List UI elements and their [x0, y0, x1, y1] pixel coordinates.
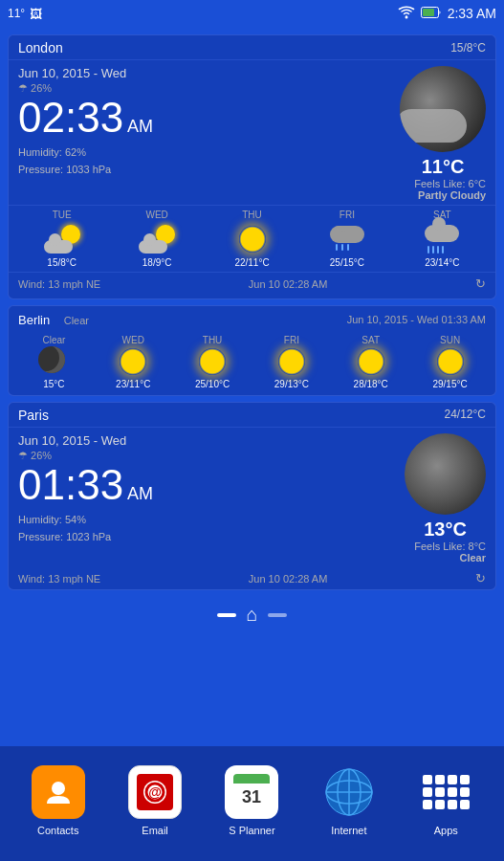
fc-day-wed: WED — [145, 210, 167, 220]
berlin-icon-fri — [276, 346, 307, 377]
paris-header: Paris 24/12°C — [9, 403, 495, 428]
london-temp-range: 15/8°C — [450, 41, 486, 55]
berlin-icon-sat — [356, 346, 386, 377]
weather-container: London 15/8°C Jun 10, 2015 - Wed ☂ 26% 0… — [0, 27, 504, 590]
london-forecast-thu: THU 22/11°C — [205, 210, 299, 268]
fc-icon-fri — [328, 222, 366, 255]
status-time: 2:33 AM — [448, 6, 496, 21]
svg-point-0 — [405, 15, 407, 18]
paris-condition: Clear — [405, 552, 486, 563]
fc-temp-sat: 23/14°C — [425, 257, 459, 268]
london-forecast: TUE 15/8°C WED 18/9°C — [9, 205, 495, 273]
paris-feels: Feels Like: 8°C — [405, 541, 486, 552]
fc-day-fri: FRI — [340, 210, 355, 220]
london-footer: Wind: 13 mph NE Jun 10 02:28 AM ↻ — [9, 273, 495, 295]
london-refresh-icon[interactable]: ↻ — [475, 276, 486, 291]
bd-label-sat: SAT — [362, 335, 380, 345]
fc-icon-thu — [233, 222, 272, 255]
london-time: 02:33 — [18, 97, 123, 139]
berlin-city: Berlin — [18, 313, 50, 327]
london-main: Jun 10, 2015 - Wed ☂ 26% 02:33 AM Humidi… — [9, 60, 495, 205]
svg-point-3 — [52, 782, 65, 795]
berlin-icon-wed — [118, 346, 148, 377]
london-feels: Feels Like: 6°C — [400, 178, 486, 189]
apps-label: Apps — [434, 825, 458, 836]
london-wind: Wind: 13 mph NE — [18, 278, 100, 290]
paris-widget: Paris 24/12°C Jun 10, 2015 - Wed ☂ 26% 0… — [8, 402, 496, 590]
paris-footer: Wind: 13 mph NE Jun 10 02:28 AM ↻ — [9, 567, 495, 589]
bd-temp-clear: 15°C — [43, 379, 64, 389]
paris-main: Jun 10, 2015 - Wed ☂ 26% 01:33 AM Humidi… — [9, 428, 495, 567]
fc-temp-wed: 18/9°C — [142, 257, 172, 268]
paris-left: Jun 10, 2015 - Wed ☂ 26% 01:33 AM Humidi… — [18, 433, 153, 545]
svg-text:31: 31 — [242, 787, 261, 806]
berlin-header: Berlin Clear Jun 10, 2015 - Wed 01:33 AM — [9, 306, 495, 333]
dock-item-email[interactable]: @ Email — [128, 765, 182, 836]
dock-item-apps[interactable]: Apps — [419, 765, 472, 836]
splanner-icon: 31 — [225, 765, 278, 819]
contacts-icon — [32, 765, 85, 819]
svg-rect-2 — [423, 9, 434, 16]
london-ampm: AM — [127, 117, 153, 137]
london-header: London 15/8°C — [9, 35, 495, 60]
bd-temp-thu: 25/10°C — [195, 379, 230, 389]
paris-time-row: 01:33 AM — [18, 464, 153, 506]
london-forecast-sat: SAT 23/14°C — [395, 210, 490, 268]
paris-wind: Wind: 13 mph NE — [18, 573, 100, 585]
london-condition: Partly Cloudy — [400, 189, 486, 201]
berlin-icon-thu — [197, 346, 228, 377]
london-details: Humidity: 62% Pressure: 1033 hPa — [18, 144, 153, 178]
fc-day-thu: THU — [242, 210, 262, 220]
london-date: Jun 10, 2015 - Wed — [18, 66, 153, 80]
dock-item-internet[interactable]: Internet — [322, 765, 376, 836]
berlin-day-wed: WED 23/11°C — [94, 335, 173, 389]
london-widget: London 15/8°C Jun 10, 2015 - Wed ☂ 26% 0… — [8, 34, 496, 299]
paris-temp-range: 24/12°C — [445, 408, 487, 423]
paris-date: Jun 10, 2015 - Wed — [18, 433, 153, 448]
nav-dot-2[interactable] — [268, 613, 287, 617]
berlin-day-clear: Clear 15°C — [14, 335, 94, 389]
apps-icon — [419, 765, 472, 819]
status-right: 2:33 AM — [398, 6, 496, 22]
fc-icon-wed — [138, 222, 176, 255]
fc-temp-thu: 22/11°C — [234, 257, 269, 268]
bd-label-clear: Clear — [42, 335, 65, 345]
status-temp: 11° — [8, 7, 25, 20]
berlin-condition: Clear — [64, 315, 89, 326]
berlin-icon-sun — [435, 346, 466, 377]
london-forecast-tue: TUE 15/8°C — [14, 210, 109, 268]
paris-refresh-icon[interactable]: ↻ — [475, 571, 486, 585]
bd-label-sun: SUN — [440, 335, 460, 345]
paris-time: 01:33 — [18, 464, 123, 506]
london-left: Jun 10, 2015 - Wed ☂ 26% 02:33 AM Humidi… — [18, 66, 153, 178]
bd-label-wed: WED — [122, 335, 144, 345]
status-bar: 11° 🖼 2:33 AM — [0, 0, 504, 27]
bd-temp-fri: 29/13°C — [274, 379, 309, 389]
dock-item-contacts[interactable]: Contacts — [32, 765, 85, 836]
nav-home-button[interactable]: ⌂ — [246, 604, 257, 626]
berlin-widget: Berlin Clear Jun 10, 2015 - Wed 01:33 AM… — [8, 305, 496, 396]
paris-city: Paris — [18, 408, 49, 423]
fc-icon-tue — [43, 222, 81, 255]
email-label: Email — [142, 825, 168, 836]
paris-humidity: Humidity: 54% — [18, 512, 153, 529]
nav-dot-1[interactable] — [217, 613, 236, 617]
paris-temp: 13°C — [405, 519, 486, 541]
bd-label-fri: FRI — [284, 335, 299, 345]
london-weather-icon — [400, 66, 486, 152]
paris-right: 13°C Feels Like: 8°C Clear — [405, 433, 486, 563]
wifi-icon — [398, 6, 415, 22]
dock-item-splanner[interactable]: 31 S Planner — [225, 765, 278, 836]
london-pressure: Pressure: 1033 hPa — [18, 162, 153, 179]
berlin-left-info: Berlin Clear — [18, 311, 89, 328]
london-updated: Jun 10 02:28 AM — [249, 278, 328, 290]
fc-day-tue: TUE — [53, 210, 72, 220]
internet-label: Internet — [331, 825, 366, 836]
berlin-icon-moon — [38, 346, 69, 377]
email-icon: @ — [128, 765, 182, 819]
nav-dots: ⌂ — [0, 590, 504, 637]
london-city: London — [18, 40, 63, 55]
fc-temp-tue: 15/8°C — [47, 257, 77, 268]
berlin-forecast: Clear 15°C WED 23/11°C THU 25/10°C — [9, 333, 495, 395]
battery-icon — [421, 7, 442, 21]
